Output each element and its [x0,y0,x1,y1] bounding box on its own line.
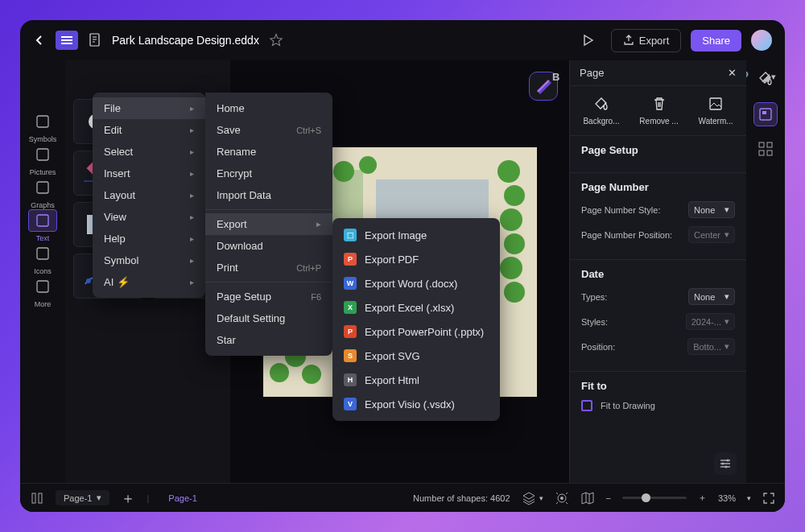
rail-more[interactable]: More [28,275,57,308]
export-export-svg[interactable]: SExport SVG [332,344,500,368]
document-icon [88,33,102,47]
page-setup-heading: Page Setup [581,144,735,156]
focus-icon[interactable] [555,491,569,505]
svg-point-44 [302,365,321,384]
svg-point-53 [726,459,729,461]
page-number-style-select[interactable]: None▾ [688,201,735,218]
svg-rect-60 [759,151,764,155]
file-menu-default-setting[interactable]: Default Setting [205,307,332,329]
main-body: SymbolsPicturesGraphsTextIconsMore [20,60,785,483]
bold-button[interactable]: B [552,71,559,83]
share-button[interactable]: Share [691,30,741,52]
favorite-icon[interactable] [269,33,283,47]
add-page-button[interactable]: ＋ [121,489,135,508]
export-export-powerpoint-pptx-[interactable]: PExport PowerPoint (.pptx) [332,320,500,344]
rail-icons[interactable]: Icons [28,242,57,275]
menu-file[interactable]: File▸ [93,97,205,119]
file-menu-star[interactable]: Star [205,329,332,351]
export-export-excel-xlsx-[interactable]: XExport Excel (.xlsx) [332,295,500,320]
rail-text[interactable]: Text [28,209,57,242]
page-number-heading: Page Number [581,181,735,193]
svg-point-41 [504,282,525,303]
date-styles-select[interactable]: 2024-...▾ [686,313,735,330]
svg-rect-57 [762,111,766,114]
page-number-style-label: Page Number Style: [581,205,660,215]
file-menu-save[interactable]: SaveCtrl+S [205,119,332,141]
page-number-position-label: Page Number Position: [581,230,672,240]
panel-action-trash-icon[interactable]: Remove ... [639,96,678,126]
panel-action-fill-icon[interactable]: Backgro... [583,96,619,126]
export-button[interactable]: Export [611,29,682,52]
panel-action-image-icon[interactable]: Waterm... [699,96,733,126]
export-export-visio-vsdx-[interactable]: VExport Visio (.vsdx) [332,392,500,416]
file-menu-rename[interactable]: Rename [205,141,332,163]
fill-color-button[interactable]: ◢▾ [762,71,776,83]
page-selector[interactable]: Page-1▾ [56,490,109,505]
user-avatar[interactable] [751,30,772,51]
menu-edit[interactable]: Edit▸ [93,119,205,141]
back-button[interactable] [33,34,46,47]
menu-insert[interactable]: Insert▸ [93,163,205,184]
pages-icon[interactable] [30,491,44,505]
fit-to-drawing-checkbox[interactable] [581,400,592,411]
document-title: Park Landscape Design.eddx [112,34,259,47]
menu-symbol[interactable]: Symbol▸ [93,250,205,271]
rail-pictures[interactable]: Pictures [28,143,57,176]
rail-symbols[interactable]: Symbols [28,110,57,143]
fullscreen-icon[interactable] [762,492,775,505]
panel-settings-button[interactable] [714,452,737,475]
export-submenu: ⬚Export ImagePExport PDFWExport Word (.d… [332,218,500,421]
menu-layout[interactable]: Layout▸ [93,184,205,206]
menu-ai[interactable]: AI ⚡▸ [93,271,205,293]
svg-rect-5 [37,248,48,259]
date-position-select[interactable]: Botto...▾ [687,338,735,355]
titlebar: Park Landscape Design.eddx Export Share [20,20,785,60]
page-number-position-select[interactable]: Center▾ [688,226,735,243]
file-menu: HomeSaveCtrl+SRenameEncryptImport DataEx… [205,93,332,356]
grid-tool-icon[interactable] [758,141,774,157]
left-rail: SymbolsPicturesGraphsTextIconsMore [20,60,65,483]
statusbar: Page-1▾ ＋ | Page-1 Number of shapes: 460… [20,483,785,512]
zoom-slider[interactable] [622,497,687,499]
date-styles-label: Styles: [581,317,608,327]
export-export-word-docx-[interactable]: WExport Word (.docx) [332,271,500,295]
svg-rect-4 [37,215,48,226]
map-icon[interactable] [580,491,595,505]
file-menu-download[interactable]: Download [205,235,332,257]
svg-point-65 [560,497,564,500]
page-panel-icon[interactable] [753,102,778,126]
export-export-image[interactable]: ⬚Export Image [332,223,500,247]
active-page-tab[interactable]: Page-1 [160,493,204,503]
menu-view[interactable]: View▸ [93,206,205,228]
zoom-out-button[interactable]: − [606,493,611,503]
svg-point-34 [333,161,354,182]
file-menu-import-data[interactable]: Import Data [205,184,332,206]
layers-icon[interactable] [522,491,536,505]
fit-heading: Fit to [581,380,735,392]
rail-graphs[interactable]: Graphs [28,176,57,209]
close-panel-button[interactable]: ✕ [728,67,737,79]
panel-title: Page [580,67,604,79]
app-window: Park Landscape Design.eddx Export Share … [20,20,785,512]
export-export-pdf[interactable]: PExport PDF [332,247,500,271]
svg-point-40 [500,257,522,279]
play-button[interactable] [574,28,601,52]
svg-rect-58 [759,142,764,147]
svg-point-54 [721,462,724,464]
main-menu-button[interactable] [56,31,78,50]
svg-point-37 [504,185,525,206]
date-heading: Date [581,268,735,280]
menu-select[interactable]: Select▸ [93,141,205,163]
svg-rect-52 [710,98,721,109]
menu-help[interactable]: Help▸ [93,228,205,250]
file-menu-encrypt[interactable]: Encrypt [205,163,332,184]
zoom-in-button[interactable]: ＋ [698,492,707,504]
file-menu-home[interactable]: Home [205,97,332,119]
export-export-html[interactable]: HExport Html [332,368,500,392]
file-menu-export[interactable]: Export▸ [205,213,332,235]
svg-rect-59 [767,142,772,147]
file-menu-page-setup[interactable]: Page SetupF6 [205,286,332,307]
file-menu-print[interactable]: PrintCtrl+P [205,257,332,278]
date-types-select[interactable]: None▾ [688,288,735,305]
svg-rect-63 [39,493,42,503]
